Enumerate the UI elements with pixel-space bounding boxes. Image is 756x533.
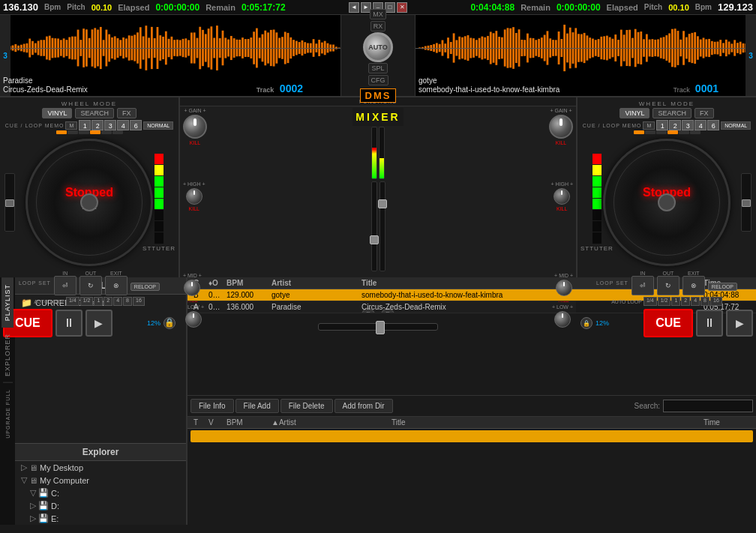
explorer-tab[interactable]: EXPLORER	[2, 327, 14, 382]
deck-b-frac-2[interactable]: 1/2	[658, 297, 671, 306]
deck-b-num3[interactable]: 3	[682, 120, 694, 130]
deck-a-out-btn[interactable]: ↻	[80, 276, 102, 295]
low-knob-b[interactable]	[554, 311, 571, 328]
deck-b-num1[interactable]: 1	[656, 120, 668, 130]
high-knob-a[interactable]	[186, 188, 202, 205]
deck-b-frac-3[interactable]: 1	[671, 297, 680, 306]
file-info-btn[interactable]: File Info	[190, 399, 234, 413]
deck-a-pause-button[interactable]: ⏸	[56, 310, 82, 337]
deck-b-turntable[interactable]: B Stopped	[603, 139, 730, 266]
deck-b-vinyl-btn[interactable]: VINYL	[620, 108, 650, 118]
deck-a-wheel-mode: WHEEL MODE VINYL SEARCH FX	[3, 100, 176, 118]
auto-button[interactable]: AUTO	[363, 32, 393, 62]
low-knob-a[interactable]	[185, 311, 202, 328]
deck-a-exit-btn[interactable]: ⊗	[105, 276, 128, 295]
fader-a-handle[interactable]	[370, 235, 379, 244]
deck-a-pitch-label: Pitch	[67, 3, 85, 11]
explorer-desktop[interactable]: ▷ 🖥 My Desktop	[15, 461, 186, 474]
deck-a-frac-4[interactable]: 2	[104, 297, 112, 306]
deck-a-num6[interactable]: 6	[130, 120, 142, 130]
waveform-right[interactable]: 3 gotye somebody-that-i-used-to-know-fea…	[416, 15, 756, 96]
deck-a-fx-btn[interactable]: FX	[117, 108, 136, 118]
deck-a-play-button[interactable]: ▶	[86, 310, 112, 337]
search-input[interactable]	[663, 400, 753, 412]
cfg-button[interactable]: CFG	[368, 75, 388, 85]
explorer-d-drive[interactable]: ▷ 💾 D:	[15, 499, 186, 512]
deck-b-sttuter: STTUTER	[580, 245, 614, 252]
deck-a-frac-7[interactable]: 16	[133, 297, 145, 306]
deck-a-num-btns: 1 2 3 4 6	[79, 120, 142, 130]
e-drive-label: E:	[51, 514, 58, 523]
deck-a-num4[interactable]: 4	[117, 120, 129, 130]
deck-b-num6[interactable]: 6	[707, 120, 719, 130]
deck-b-frac-6[interactable]: 8	[700, 297, 710, 306]
deck-a-pitch-handle[interactable]	[5, 199, 14, 207]
win-close-button[interactable]: ✕	[397, 2, 407, 13]
deck-b-fx-btn[interactable]: FX	[694, 108, 714, 118]
deck-a-num3[interactable]: 3	[104, 120, 116, 130]
deck-b-lock-icon[interactable]: 🔒	[580, 317, 592, 329]
deck-a-num2[interactable]: 2	[92, 120, 104, 130]
deck-b-frac-4[interactable]: 2	[681, 297, 690, 306]
deck-b-pitch-slider[interactable]	[741, 173, 752, 232]
deck-a-search-btn[interactable]: SEARCH	[75, 108, 114, 118]
high-knob-b[interactable]	[554, 188, 570, 205]
fader-b-handle[interactable]	[378, 199, 387, 208]
deck-b-out-btn[interactable]: ↻	[657, 276, 680, 295]
track-b-bpm: 129.000	[224, 291, 268, 299]
file-delete-btn[interactable]: File Delete	[280, 399, 333, 413]
deck-a-reloop-btn[interactable]: RELOOP	[130, 283, 160, 291]
gain-knob-b[interactable]	[549, 115, 573, 139]
deck-b-num2[interactable]: 2	[669, 120, 681, 130]
win-extra1-button[interactable]: ◄	[349, 2, 359, 13]
fader-b[interactable]	[380, 181, 386, 271]
deck-b-m-btn[interactable]: M	[643, 121, 655, 130]
deck-a-on-off-dots	[56, 130, 123, 134]
add-from-dir-btn[interactable]: Add from Dir	[334, 399, 393, 413]
deck-b-num4[interactable]: 4	[694, 120, 706, 130]
deck-b-frac-7[interactable]: 16	[710, 297, 722, 306]
explorer-e-drive[interactable]: ▷ 💾 E:	[15, 512, 186, 525]
deck-a-in-btn[interactable]: ⏎	[54, 276, 76, 295]
explorer-table-row[interactable]	[190, 430, 753, 442]
explorer-computer[interactable]: ▽ 🖥 My Computer	[15, 474, 186, 487]
deck-b-percent: 12%	[596, 319, 609, 327]
deck-a-frac-5[interactable]: 4	[113, 297, 122, 306]
crossfader-handle[interactable]	[376, 321, 385, 334]
deck-b-frac-1[interactable]: 1/4	[644, 297, 657, 306]
deck-b-cue-button[interactable]: CUE	[644, 309, 693, 337]
deck-b-exit-btn[interactable]: ⊗	[682, 276, 705, 295]
spl-button[interactable]: SPL	[368, 63, 387, 73]
deck-a-lock-icon[interactable]: 🔒	[164, 317, 176, 329]
crossfader[interactable]	[318, 323, 438, 331]
deck-a-frac-6[interactable]: 8	[123, 297, 132, 306]
deck-a-pitch-slider[interactable]	[4, 173, 15, 232]
deck-b-pause-button[interactable]: ⏸	[696, 310, 723, 337]
deck-a-num1[interactable]: 1	[79, 120, 91, 130]
deck-a-turntable[interactable]: A Stopped	[26, 139, 153, 266]
deck-a-frac-3[interactable]: 1	[94, 297, 103, 306]
deck-a-normal-btn[interactable]: NORMAL	[143, 121, 173, 130]
mx-button[interactable]: MX	[370, 9, 386, 19]
file-add-btn[interactable]: File Add	[236, 399, 279, 413]
deck-a-vinyl-btn[interactable]: VINYL	[42, 108, 72, 118]
rx-button[interactable]: RX	[370, 21, 386, 31]
deck-b-normal-btn[interactable]: NORMAL	[721, 121, 751, 130]
upgrade-tab[interactable]: UPGRADE FULL	[3, 382, 13, 445]
deck-a-frac-2[interactable]: 1/2	[80, 297, 94, 306]
deck-b-frac-5[interactable]: 4	[691, 297, 700, 306]
deck-b-play-button[interactable]: ▶	[726, 310, 753, 337]
fader-a[interactable]	[371, 181, 377, 271]
deck-b-pitch-handle[interactable]	[742, 199, 751, 207]
playlist-tab[interactable]: PLAYLIST	[2, 277, 14, 327]
gain-knob-a[interactable]	[183, 115, 207, 139]
deck-b-reloop-btn[interactable]: RELOOP	[708, 283, 737, 291]
deck-a-m-btn[interactable]: M	[65, 121, 77, 130]
explorer-c-drive[interactable]: ▽ 💾 C:	[15, 487, 186, 499]
waveform-left[interactable]: 3 Paradise Circus-Zeds-Dead-Remix Track …	[0, 15, 340, 96]
deck-b-number: 0001	[695, 82, 718, 94]
deck-b-in-btn[interactable]: ⏎	[632, 276, 654, 295]
deck-b-search-btn[interactable]: SEARCH	[652, 108, 692, 118]
deck-a-frac-1[interactable]: 1/4	[66, 297, 80, 306]
mid-knob-b[interactable]	[556, 280, 572, 296]
